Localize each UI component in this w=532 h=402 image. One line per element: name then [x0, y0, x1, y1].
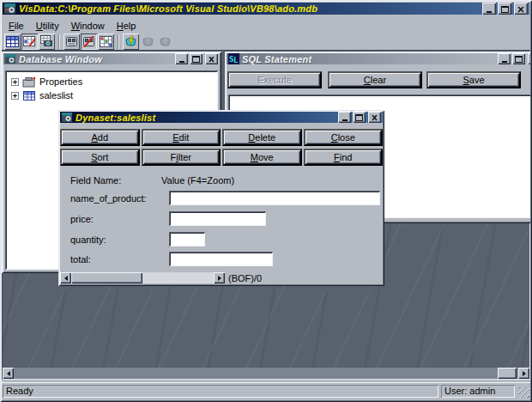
tree-item-label: Properties: [39, 76, 82, 87]
sql-window-title: SQL Statement: [242, 54, 495, 64]
close-button[interactable]: [514, 3, 528, 15]
close-button[interactable]: [205, 53, 218, 64]
svg-text:L: L: [233, 56, 239, 64]
table-grid-icon: [6, 36, 19, 47]
maximize-button[interactable]: [512, 53, 525, 64]
dont-use-data-control-button[interactable]: [81, 34, 97, 50]
commit-transaction-icon: [159, 35, 172, 47]
rollback-transaction-button[interactable]: [140, 34, 156, 50]
menubar: File Utility Window Help: [3, 19, 529, 33]
snapshot-camera-icon: [40, 35, 53, 47]
dynaset-window-icon: [62, 112, 73, 123]
scroll-left-arrow[interactable]: [60, 272, 71, 283]
resize-grip[interactable]: [518, 387, 529, 398]
scroll-right-arrow[interactable]: [214, 272, 225, 283]
toolbar: [3, 33, 529, 50]
record-scrollbar-thumb[interactable]: [71, 272, 142, 283]
close-button[interactable]: [368, 112, 381, 123]
minimize-button[interactable]: [498, 53, 511, 64]
table-type-recordset-button[interactable]: [4, 34, 21, 50]
dynaset-grid-icon: [23, 36, 36, 47]
mdi-scrollbar-thumb[interactable]: [498, 368, 517, 379]
dynaset-dialog: Dynaset:saleslist Add Edit Delete Close …: [58, 110, 384, 286]
use-dbgrid-control-button[interactable]: [98, 34, 114, 50]
mdi-client-area: Database Window + Properties +: [2, 50, 530, 380]
expand-icon[interactable]: +: [11, 78, 19, 86]
status-user: User: admin: [441, 385, 515, 398]
menu-utility[interactable]: Utility: [30, 20, 65, 33]
save-button[interactable]: Save: [426, 71, 521, 88]
statusbar: Ready User: admin: [2, 382, 530, 399]
status-message: Ready: [3, 385, 438, 398]
value-header: Value (F4=Zoom): [161, 175, 234, 186]
begin-transaction-button[interactable]: [123, 34, 139, 50]
use-data-control-on-form-button[interactable]: [63, 34, 80, 50]
field-label-total: total:: [70, 254, 91, 265]
name-of-product-input[interactable]: [169, 191, 380, 205]
field-label-price: price:: [70, 214, 94, 224]
delete-button[interactable]: Delete: [222, 129, 302, 146]
total-input[interactable]: [169, 252, 273, 266]
record-status-label: (BOF)/0: [228, 273, 262, 283]
field-label-quantity: quantity:: [70, 234, 106, 245]
execute-button[interactable]: Execute: [227, 71, 322, 88]
main-window-title: VisData:C:\Program Files\Microsoft Visua…: [19, 3, 480, 14]
maximize-button[interactable]: [498, 3, 511, 15]
scroll-right-arrow[interactable]: [518, 368, 529, 379]
maximize-button[interactable]: [190, 53, 203, 64]
menu-help[interactable]: Help: [111, 20, 142, 33]
table-icon: [22, 90, 36, 101]
toolbar-separator: [58, 34, 60, 49]
field-label-name-of-product: name_of_product:: [70, 193, 147, 204]
dynaset-title: Dynaset:saleslist: [76, 113, 336, 123]
database-window-title: Database Window: [19, 54, 172, 64]
commit-transaction-button[interactable]: [157, 34, 173, 50]
tree-item-label: saleslist: [39, 90, 73, 100]
sort-button[interactable]: Sort: [60, 149, 140, 166]
price-input[interactable]: [169, 211, 266, 226]
close-button[interactable]: [528, 53, 530, 64]
record-scrollbar[interactable]: [60, 272, 225, 283]
minimize-button[interactable]: [175, 53, 188, 64]
tree-item-saleslist[interactable]: + saleslist: [11, 88, 216, 102]
visdata-app-icon: [4, 3, 16, 15]
minimize-button[interactable]: [338, 112, 351, 123]
menu-window[interactable]: Window: [65, 20, 111, 33]
edit-button[interactable]: Edit: [142, 129, 221, 146]
close-record-button[interactable]: Close: [304, 129, 384, 146]
toolbar-separator: [118, 34, 119, 49]
clear-button[interactable]: Clear: [328, 71, 422, 88]
dynaset-titlebar[interactable]: Dynaset:saleslist: [60, 112, 383, 123]
menu-file[interactable]: File: [3, 20, 30, 33]
begin-transaction-icon: [124, 35, 137, 47]
sql-icon: SL: [228, 53, 239, 64]
no-data-control-icon: [82, 36, 95, 47]
tree-item-properties[interactable]: + Properties: [11, 75, 216, 88]
scroll-left-arrow[interactable]: [3, 368, 14, 379]
maximize-button[interactable]: [353, 112, 366, 123]
field-name-header: Field Name:: [70, 175, 121, 186]
dynaset-type-recordset-button[interactable]: [21, 34, 38, 50]
database-window-titlebar[interactable]: Database Window: [3, 53, 220, 64]
minimize-button[interactable]: [482, 3, 496, 15]
sql-window-titlebar[interactable]: SL SQL Statement: [227, 53, 530, 64]
properties-icon: [22, 76, 36, 88]
snapshot-type-recordset-button[interactable]: [39, 34, 55, 50]
move-button[interactable]: Move: [222, 149, 302, 166]
database-window-icon: [5, 53, 16, 64]
filter-button[interactable]: Filter: [142, 149, 221, 166]
data-control-icon: [65, 36, 78, 47]
find-button[interactable]: Find: [304, 149, 384, 166]
add-button[interactable]: Add: [60, 129, 140, 146]
dbgrid-icon: [100, 36, 112, 47]
rollback-transaction-icon: [142, 35, 154, 47]
mdi-horizontal-scrollbar[interactable]: [3, 368, 529, 379]
visdata-main-window: VisData:C:\Program Files\Microsoft Visua…: [0, 0, 532, 402]
dynaset-button-grid: Add Edit Delete Close Sort Filter Move F…: [60, 129, 383, 166]
main-titlebar[interactable]: VisData:C:\Program Files\Microsoft Visua…: [3, 3, 529, 15]
expand-icon[interactable]: +: [11, 92, 19, 100]
quantity-input[interactable]: [169, 232, 205, 247]
